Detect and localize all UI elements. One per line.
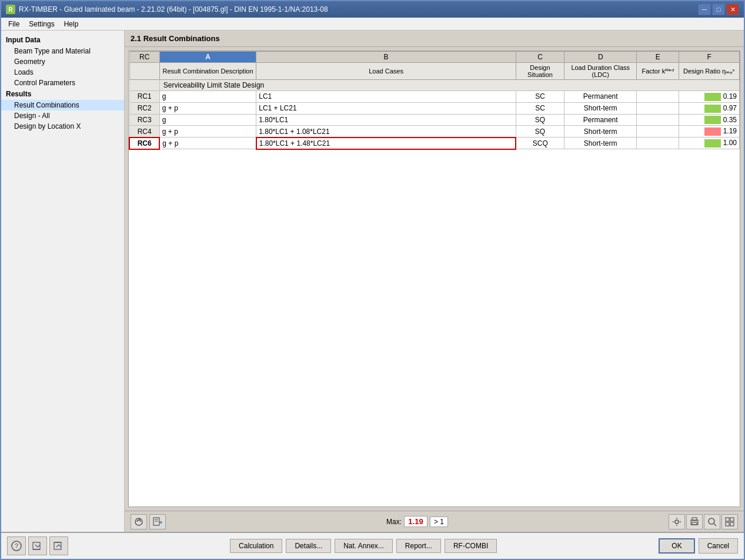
close-button[interactable]: ✕ (726, 4, 739, 15)
load-cases-cell: 1.80*LC1 + 1.08*LC21 (256, 126, 516, 138)
print-icon (689, 517, 700, 527)
rc-cell-selected: RC6 (129, 138, 159, 149)
maximize-button[interactable]: □ (712, 4, 725, 15)
content-status-bar: Max: 1.19 > 1 (125, 511, 744, 532)
section-label: Serviceability Limit State Design (159, 80, 739, 91)
refresh-button[interactable] (131, 514, 147, 529)
col-header-c: C (516, 52, 564, 63)
grid-icon (724, 517, 735, 527)
factor-cell (637, 114, 679, 126)
rc-cell: RC3 (129, 114, 159, 126)
details-button[interactable]: Details... (286, 539, 331, 553)
sidebar-item-loads[interactable]: Loads (1, 67, 124, 78)
rf-combi-button[interactable]: RF-COMBI (445, 539, 497, 553)
description-cell: g (159, 91, 256, 103)
table-section-header: Serviceability Limit State Design (129, 80, 740, 91)
col-header-e: E (637, 52, 679, 63)
ratio-value: 1.19 (723, 127, 737, 135)
load-cases-cell: LC1 + LC21 (256, 102, 516, 114)
sidebar-item-design-all[interactable]: Design - All (1, 110, 124, 121)
menu-help[interactable]: Help (59, 19, 83, 29)
next-button[interactable] (49, 536, 68, 555)
col-header-a: A (159, 52, 256, 63)
calculation-button[interactable]: Calculation (230, 539, 282, 553)
sub-header-rc (129, 63, 159, 80)
table-row[interactable]: RC4 g + p 1.80*LC1 + 1.08*LC21 SQ Short-… (129, 126, 740, 138)
sidebar-item-beam-type[interactable]: Beam Type and Material (1, 46, 124, 56)
col-header-f: F (679, 52, 740, 63)
ratio-value: 0.97 (723, 104, 737, 112)
sub-header-d: Load Duration Class (LDC) (564, 63, 637, 80)
content-header: 2.1 Result Combinations (125, 31, 744, 47)
factor-cell (637, 126, 679, 138)
table-row-selected[interactable]: RC6 g + p 1.80*LC1 + 1.48*LC21 SCQ Short… (129, 138, 740, 149)
print-btn[interactable] (686, 514, 703, 529)
ratio-color-bar (704, 116, 721, 124)
ratio-cell: 1.00 (679, 138, 740, 149)
max-value-display: Max: 1.19 > 1 (386, 516, 448, 527)
sidebar: Input Data Beam Type and Material Geomet… (1, 31, 125, 532)
table-sub-header-row: Result Combination Description Load Case… (129, 63, 740, 80)
table-row[interactable]: RC2 g + p LC1 + LC21 SC Short-term 0.97 (129, 102, 740, 114)
svg-text:?: ? (15, 542, 18, 549)
settings-icon-btn[interactable] (669, 514, 685, 529)
max-threshold: > 1 (430, 517, 448, 527)
sidebar-section-results: Results (1, 88, 124, 100)
description-cell: g + p (159, 138, 256, 149)
description-cell: g (159, 114, 256, 126)
help-icon: ? (11, 540, 22, 552)
result-table-container: RC A B C D E F Result Combination Descri… (128, 51, 740, 507)
cancel-button[interactable]: Cancel (699, 538, 738, 554)
col-header-rc: RC (129, 52, 159, 63)
ratio-color-bar (704, 139, 721, 147)
settings-icon (671, 517, 682, 527)
ok-button[interactable]: OK (659, 538, 694, 554)
load-cases-cell: LC1 (256, 91, 516, 103)
svg-rect-12 (726, 522, 729, 526)
rc-cell: RC4 (129, 126, 159, 138)
nat-annex-button[interactable]: Nat. Annex... (335, 539, 393, 553)
table-row[interactable]: RC3 g 1.80*LC1 SQ Permanent 0.35 (129, 114, 740, 126)
ldc-cell: Permanent (564, 91, 637, 103)
svg-rect-10 (726, 518, 729, 521)
ratio-cell: 1.19 (679, 126, 740, 138)
load-cases-cell: 1.80*LC1 (256, 114, 516, 126)
minimize-button[interactable]: ─ (698, 4, 711, 15)
menu-settings[interactable]: Settings (24, 19, 59, 29)
export-button[interactable] (149, 514, 166, 529)
window-controls: ─ □ ✕ (698, 4, 739, 15)
result-table: RC A B C D E F Result Combination Descri… (129, 51, 740, 150)
menu-file[interactable]: File (4, 19, 24, 29)
design-situation-cell: SC (516, 102, 564, 114)
table-col-header-row: RC A B C D E F (129, 52, 740, 63)
title-bar: R RX-TIMBER - Glued laminated beam - 2.2… (1, 1, 744, 18)
rc-cell: RC1 (129, 91, 159, 103)
prev-button[interactable] (28, 536, 47, 555)
table-row[interactable]: RC1 g LC1 SC Permanent 0.19 (129, 91, 740, 103)
main-window: R RX-TIMBER - Glued laminated beam - 2.2… (0, 0, 745, 560)
ldc-cell: Short-term (564, 138, 637, 149)
report-button[interactable]: Report... (396, 539, 441, 553)
menu-bar: File Settings Help (1, 18, 744, 31)
sidebar-item-design-location[interactable]: Design by Location X (1, 121, 124, 132)
prev-icon (32, 540, 44, 552)
ldc-cell: Short-term (564, 102, 637, 114)
sidebar-item-control-parameters[interactable]: Control Parameters (1, 78, 124, 88)
help-button[interactable]: ? (7, 536, 26, 555)
description-cell: g + p (159, 126, 256, 138)
sidebar-section-input-data: Input Data (1, 34, 124, 46)
ratio-color-bar (704, 105, 721, 113)
ratio-value: 0.19 (723, 92, 737, 100)
more-options-btn[interactable] (721, 514, 738, 529)
sidebar-item-geometry[interactable]: Geometry (1, 56, 124, 67)
svg-point-4 (675, 520, 679, 524)
ldc-cell: Short-term (564, 126, 637, 138)
zoom-btn[interactable] (704, 514, 720, 529)
ratio-color-bar (704, 93, 721, 101)
sidebar-item-result-combinations[interactable]: Result Combinations (1, 100, 124, 110)
window-title: RX-TIMBER - Glued laminated beam - 2.21.… (19, 5, 328, 14)
svg-point-8 (709, 518, 714, 524)
ratio-cell: 0.35 (679, 114, 740, 126)
sub-header-a: Result Combination Description (159, 63, 256, 80)
sub-header-c: Design Situation (516, 63, 564, 80)
